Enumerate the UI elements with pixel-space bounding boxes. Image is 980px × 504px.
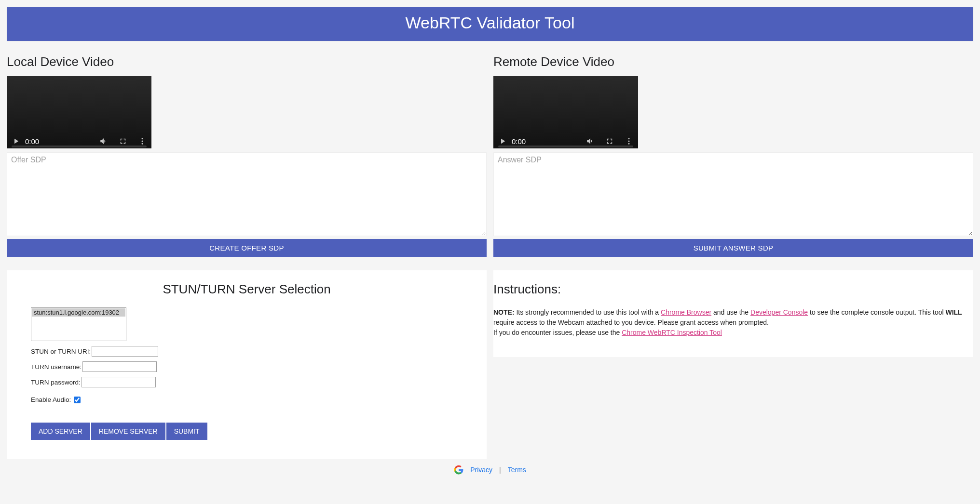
chrome-browser-link[interactable]: Chrome Browser [661,308,711,316]
local-column: Local Device Video 0:00 CRE [7,41,487,459]
uri-field-row: STUN or TURN URI: [31,346,463,357]
enable-audio-row: Enable Audio: [31,396,463,403]
password-label: TURN password: [31,379,81,386]
remote-video-track[interactable] [498,146,633,147]
privacy-link[interactable]: Privacy [470,466,492,474]
instructions-paragraph-1: NOTE: Its strongly recommended to use th… [493,307,973,328]
footer: Privacy | Terms [7,465,973,475]
turn-password-input[interactable] [82,377,156,387]
header-banner: WebRTC Validator Tool [7,7,973,41]
turn-username-input[interactable] [82,361,157,372]
volume-icon[interactable] [99,137,108,146]
svg-point-3 [628,138,630,139]
main-columns: Local Device Video 0:00 CRE [7,41,973,459]
password-field-row: TURN password: [31,377,463,387]
google-logo-icon [454,465,463,475]
add-server-button[interactable]: ADD SERVER [31,423,90,440]
page-title: WebRTC Validator Tool [406,13,575,32]
will-emphasis: WILL [945,308,962,316]
instructions-paragraph-2: If you do encounter issues, please use t… [493,328,973,338]
local-video-time: 0:00 [25,137,39,146]
footer-separator: | [499,466,501,474]
audio-label: Enable Audio: [31,396,71,403]
server-button-row: ADD SERVER REMOVE SERVER SUBMIT [31,423,463,440]
developer-console-link[interactable]: Developer Console [750,308,808,316]
username-field-row: TURN username: [31,361,463,372]
instructions-body: NOTE: Its strongly recommended to use th… [493,307,973,338]
remote-video-player[interactable]: 0:00 [493,76,638,148]
enable-audio-checkbox[interactable] [74,397,81,403]
svg-point-1 [142,141,143,142]
svg-point-5 [628,143,630,145]
webrtc-inspection-link[interactable]: Chrome WebRTC Inspection Tool [622,329,722,336]
remove-server-button[interactable]: REMOVE SERVER [91,423,165,440]
offer-sdp-textarea[interactable] [7,152,487,236]
fullscreen-icon[interactable] [119,137,127,146]
local-video-heading: Local Device Video [7,54,487,69]
local-video-track[interactable] [12,146,147,147]
play-icon[interactable] [498,137,507,146]
play-icon[interactable] [12,137,20,146]
local-video-player[interactable]: 0:00 [7,76,151,148]
instructions-title: Instructions: [493,282,973,297]
fullscreen-icon[interactable] [605,137,614,146]
terms-link[interactable]: Terms [508,466,526,474]
create-offer-button[interactable]: CREATE OFFER SDP [7,239,487,257]
submit-answer-button[interactable]: SUBMIT ANSWER SDP [493,239,973,257]
answer-sdp-textarea[interactable] [493,152,973,236]
local-video-controls: 0:00 [7,137,151,146]
kebab-menu-icon[interactable] [138,137,147,146]
stun-turn-title: STUN/TURN Server Selection [31,282,463,297]
svg-point-0 [142,138,143,139]
uri-label: STUN or TURN URI: [31,348,91,355]
username-label: TURN username: [31,363,82,371]
svg-point-2 [142,143,143,145]
remote-video-time: 0:00 [512,137,526,146]
note-label: NOTE: [493,308,515,316]
remote-video-controls: 0:00 [493,137,638,146]
svg-point-4 [628,141,630,142]
submit-server-button[interactable]: SUBMIT [166,423,207,440]
server-option[interactable]: stun:stun1.l.google.com:19302 [32,308,125,317]
volume-icon[interactable] [586,137,595,146]
stun-turn-panel: STUN/TURN Server Selection stun:stun1.l.… [7,270,487,459]
instructions-panel: Instructions: NOTE: Its strongly recomme… [493,270,973,357]
remote-column: Remote Device Video 0:00 SU [493,41,973,459]
server-listbox[interactable]: stun:stun1.l.google.com:19302 [31,307,126,341]
remote-video-heading: Remote Device Video [493,54,973,69]
kebab-menu-icon[interactable] [625,137,633,146]
uri-input[interactable] [92,346,158,357]
